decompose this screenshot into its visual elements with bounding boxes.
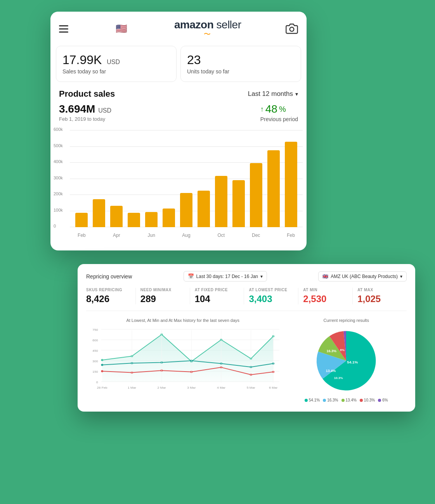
bar-group — [247, 163, 265, 227]
svg-text:0: 0 — [96, 380, 98, 384]
metric-value-minmax: 289 — [140, 294, 185, 304]
legend-blue: 16.3% — [323, 398, 338, 402]
legend-purple: 6% — [378, 398, 388, 402]
bars-container — [70, 130, 303, 227]
product-sales-header: Product sales Last 12 months ▾ — [50, 89, 307, 103]
sales-value: 17.99K — [62, 53, 102, 67]
chevron-down-icon: ▾ — [295, 91, 298, 97]
bar-group — [195, 191, 212, 228]
metric-at-min: AT MIN 2,530 — [298, 288, 353, 304]
date-range-label: Last 30 days: 17 Dec - 16 Jan — [196, 274, 258, 279]
totals-row: 3.694M USD Feb 1, 2019 to today ↑ 48 % P… — [50, 103, 307, 130]
pie-chart-title: Current repricing results — [324, 318, 369, 323]
svg-point-29 — [101, 370, 103, 372]
total-unit: USD — [98, 107, 111, 114]
bar — [128, 213, 140, 227]
svg-text:4 Mar: 4 Mar — [217, 386, 225, 389]
bar-group — [143, 212, 160, 228]
line-chart-container: At Lowest, At Min and At Max history for… — [86, 318, 279, 402]
x-axis-labels: Feb Apr Jun Aug Oct Dec Feb — [70, 233, 303, 238]
bar — [215, 176, 227, 227]
units-value: 23 — [187, 53, 201, 67]
sales-stat-card: 17.99K USD Sales today so far — [56, 46, 177, 82]
legend-teal: 54.1% — [305, 398, 320, 402]
bar — [250, 163, 262, 227]
uk-flag-icon: 🇬🇧 — [322, 274, 328, 279]
charts-row: At Lowest, At Min and At Max history for… — [86, 318, 407, 402]
phone-card: 🇺🇸 amazon seller 〜 17.99K USD Sales toda… — [50, 12, 307, 250]
line-chart-title: At Lowest, At Min and At Max history for… — [86, 318, 279, 323]
pie-chart-svg: 54.1% 16.3% 13.4% 10.3% 6% — [311, 326, 381, 396]
menu-button[interactable] — [59, 25, 68, 33]
svg-text:6 Mar: 6 Mar — [269, 386, 277, 389]
bar — [232, 180, 245, 227]
bar — [145, 212, 158, 228]
repricing-header: Repricing overview 📅 Last 30 days: 17 De… — [86, 271, 407, 282]
pie-legend: 54.1% 16.3% 13.4% 10.3% 6% — [305, 398, 388, 402]
period-label: Last 12 months — [248, 90, 293, 98]
svg-point-22 — [101, 364, 103, 366]
country-flag[interactable]: 🇺🇸 — [113, 23, 130, 35]
repricing-title: Repricing overview — [86, 273, 132, 280]
metric-value-lowest: 3,403 — [249, 294, 293, 304]
period-selector[interactable]: Last 12 months ▾ — [248, 90, 298, 98]
svg-text:6%: 6% — [340, 348, 345, 352]
bar — [198, 191, 210, 228]
metric-value-skus: 8,426 — [86, 294, 131, 304]
units-label: Units today so far — [187, 68, 295, 75]
bar — [75, 213, 88, 227]
metric-value-fixed: 104 — [195, 294, 239, 304]
bar-group — [230, 180, 247, 227]
metrics-row: SKUS REPRICING 8,426 NEED MIN/MAX 289 AT… — [86, 288, 407, 311]
pct-sign: % — [279, 105, 286, 114]
total-sales: 3.694M USD Feb 1, 2019 to today — [59, 103, 111, 122]
legend-red: 10.3% — [360, 398, 375, 402]
legend-green: 13.4% — [341, 398, 357, 402]
svg-text:300: 300 — [92, 359, 98, 363]
svg-text:450: 450 — [92, 349, 98, 353]
svg-text:1 Mar: 1 Mar — [128, 386, 136, 389]
bar-group — [265, 150, 282, 227]
bar — [93, 199, 105, 228]
sales-unit: USD — [107, 59, 120, 65]
svg-text:5 Mar: 5 Mar — [247, 386, 255, 389]
date-picker[interactable]: 📅 Last 30 days: 17 Dec - 16 Jan ▾ — [184, 271, 267, 282]
svg-text:16.3%: 16.3% — [327, 349, 337, 353]
svg-text:10.3%: 10.3% — [334, 376, 343, 380]
bar — [267, 150, 280, 227]
store-chevron: ▾ — [400, 274, 402, 279]
stats-row: 17.99K USD Sales today so far 23 Units t… — [56, 46, 301, 82]
metric-label-min: AT MIN — [303, 288, 348, 292]
bar — [285, 142, 297, 227]
bar — [163, 209, 175, 227]
metric-fixed-price: AT FIXED PRICE 104 — [190, 288, 244, 304]
bar-group — [178, 193, 195, 227]
bar — [180, 193, 192, 227]
metric-label-minmax: NEED MIN/MAX — [140, 288, 185, 292]
bar-group — [212, 176, 230, 227]
svg-text:2 Mar: 2 Mar — [158, 386, 166, 389]
metric-value-max: 1,025 — [357, 294, 402, 304]
bar-group — [160, 209, 178, 227]
svg-point-15 — [101, 359, 103, 361]
svg-text:600: 600 — [92, 338, 98, 342]
pct-change: ↑ 48 % Previous period — [260, 103, 298, 122]
metric-need-minmax: NEED MIN/MAX 289 — [136, 288, 190, 304]
metric-label-lowest: AT LOWEST PRICE — [249, 288, 293, 292]
svg-point-0 — [290, 27, 294, 31]
svg-text:28 Feb: 28 Feb — [97, 386, 107, 389]
pie-chart-container: Current repricing results 54.1 — [286, 318, 407, 402]
date-picker-chevron: ▾ — [260, 274, 263, 279]
svg-text:54.1%: 54.1% — [347, 360, 358, 364]
store-name: AMZ UK (ABC Beauty Products) — [331, 274, 398, 279]
svg-text:750: 750 — [92, 328, 98, 332]
bar-group — [108, 206, 125, 227]
store-selector[interactable]: 🇬🇧 AMZ UK (ABC Beauty Products) ▾ — [318, 271, 407, 282]
app-header: 🇺🇸 amazon seller 〜 — [50, 12, 307, 46]
total-date-range: Feb 1, 2019 to today — [59, 116, 111, 122]
app-logo: amazon seller 〜 — [174, 19, 241, 39]
metric-label-skus: SKUS REPRICING — [86, 288, 131, 292]
metric-value-min: 2,530 — [303, 294, 348, 304]
svg-text:150: 150 — [92, 370, 98, 374]
camera-icon[interactable] — [286, 23, 298, 35]
